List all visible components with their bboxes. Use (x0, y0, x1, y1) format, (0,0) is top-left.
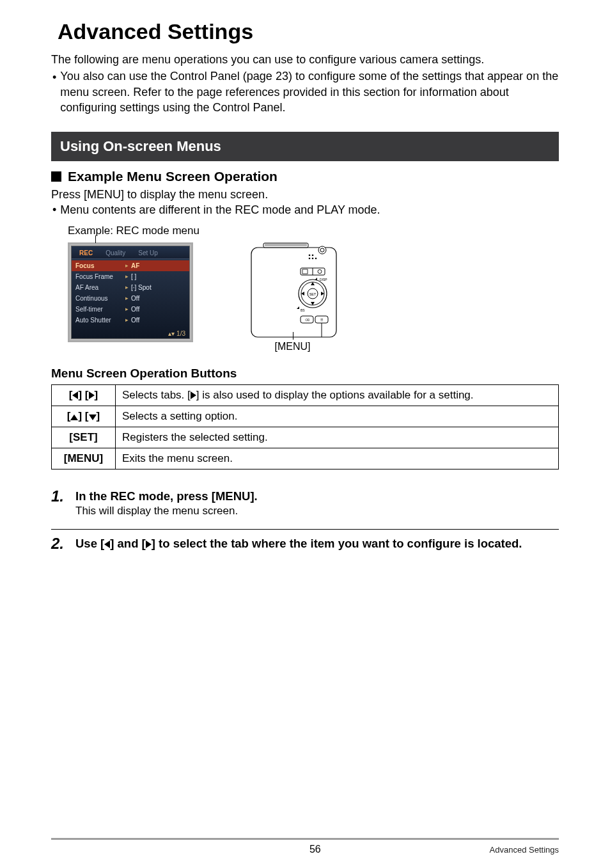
step-title: Use [] and [] to select the tab where th… (75, 536, 559, 552)
page-title: Advanced Settings (58, 19, 559, 44)
step-2: 2. Use [] and [] to select the tab where… (51, 529, 559, 557)
camera-back-icon: DISP SET BS ⌫ ☰ (251, 242, 337, 338)
lcd-tab-quality: Quality (102, 249, 129, 257)
right-arrow-icon (89, 391, 95, 399)
table-desc: Registers the selected setting. (116, 427, 559, 448)
table-desc: Selects a setting option. (116, 406, 559, 427)
svg-point-6 (309, 254, 311, 256)
bullet-dot: • (52, 202, 56, 217)
step-number: 2. (51, 536, 68, 552)
intro-text: The following are menu operations you ca… (51, 52, 559, 67)
svg-point-9 (312, 257, 314, 259)
lcd-row: AF Area ▸ [·] Spot (72, 282, 189, 293)
footer-label: Advanced Settings (490, 845, 559, 855)
table-key: [] [] (52, 406, 116, 427)
sub-bullet: • Menu contents are different in the REC… (51, 202, 559, 217)
bullet-dot: • (52, 68, 56, 115)
svg-rect-1 (263, 243, 308, 248)
svg-point-8 (309, 257, 311, 259)
table-row: [SET] Registers the selected setting. (52, 427, 559, 448)
table-row: [MENU] Exits the menu screen. (52, 448, 559, 469)
up-arrow-icon (70, 414, 78, 420)
operation-buttons-table: [] [] Selects tabs. [] is also used to d… (51, 384, 559, 470)
lcd-tab-setup: Set Up (134, 249, 162, 257)
intro-bullet: • You also can use the Control Panel (pa… (51, 68, 559, 115)
lcd-page-indicator: ▴▾ 1/3 (168, 330, 185, 337)
page: Advanced Settings The following are menu… (0, 0, 610, 868)
lcd-menu-figure: REC Quality Set Up Focus ▸ AF Focus Fram… (68, 242, 193, 342)
svg-point-7 (312, 254, 314, 256)
svg-rect-11 (254, 254, 293, 331)
right-arrow-icon (146, 541, 152, 548)
lcd-row: Continuous ▸ Off (72, 293, 189, 304)
left-arrow-icon (72, 391, 78, 399)
table-key: [SET] (52, 427, 116, 448)
steps: 1. In the REC mode, press [MENU]. This w… (51, 482, 559, 557)
subheading-text: Example Menu Screen Operation (68, 169, 278, 184)
step-desc: This will display the menu screen. (75, 505, 559, 517)
lcd-row: Focus ▸ AF (72, 260, 189, 271)
intro-bullet-text: You also can use the Control Panel (page… (60, 68, 559, 115)
lcd-rows: Focus ▸ AF Focus Frame ▸ [ ] AF Area ▸ [… (72, 259, 189, 326)
table-row: [] [] Selects a setting option. (52, 406, 559, 427)
left-arrow-icon (104, 541, 110, 548)
right-arrow-icon (191, 391, 196, 399)
table-desc: Exits the menu screen. (116, 448, 559, 469)
page-footer: 56 Advanced Settings (51, 838, 559, 855)
step-number: 1. (51, 489, 68, 517)
lcd-row: Self-timer ▸ Off (72, 304, 189, 315)
sub-p2: Menu contents are different in the REC m… (60, 202, 380, 217)
table-key: [] [] (52, 384, 116, 406)
section-heading: Using On-screen Menus (51, 132, 559, 161)
svg-text:⌫: ⌫ (305, 318, 309, 322)
lcd-tab-rec: REC (75, 249, 97, 257)
subheading: Example Menu Screen Operation (51, 169, 559, 184)
svg-text:DISP: DISP (320, 278, 327, 281)
table-row: [] [] Selects tabs. [] is also used to d… (52, 384, 559, 406)
lcd-tabs: REC Quality Set Up (72, 246, 189, 259)
lcd-row: Auto Shutter ▸ Off (72, 315, 189, 326)
svg-point-4 (318, 246, 326, 254)
lcd-row: Focus Frame ▸ [ ] (72, 271, 189, 282)
example-row: REC Quality Set Up Focus ▸ AF Focus Fram… (68, 242, 559, 352)
table-title: Menu Screen Operation Buttons (51, 367, 559, 381)
example-label: Example: REC mode menu (68, 225, 559, 237)
camera-figure: DISP SET BS ⌫ ☰ (251, 242, 337, 352)
table-desc: Selects tabs. [] is also used to display… (116, 384, 559, 406)
step-1: 1. In the REC mode, press [MENU]. This w… (51, 489, 559, 523)
svg-text:SET: SET (309, 292, 317, 296)
table-key: [MENU] (52, 448, 116, 469)
page-number: 56 (141, 844, 490, 855)
svg-text:BS: BS (301, 308, 305, 312)
down-arrow-icon (89, 414, 97, 420)
sub-p1: Press [MENU] to display the menu screen. (51, 187, 559, 202)
svg-point-10 (315, 257, 317, 259)
lcd-screen: REC Quality Set Up Focus ▸ AF Focus Fram… (71, 246, 190, 339)
step-title: In the REC mode, press [MENU]. (75, 489, 559, 505)
square-bullet-icon (51, 171, 61, 182)
menu-button-label: [MENU] (275, 341, 311, 352)
